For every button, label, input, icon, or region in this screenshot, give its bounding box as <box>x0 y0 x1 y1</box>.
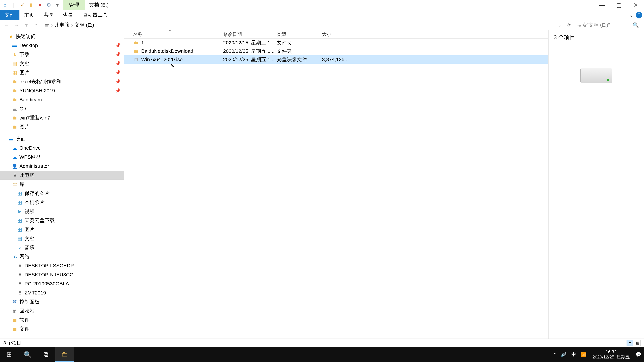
tree-label: win7重装win7 <box>20 114 50 121</box>
minimize-button[interactable]: — <box>594 0 610 10</box>
qat-dropdown-icon[interactable]: ▾ <box>54 2 61 8</box>
pin-icon[interactable]: 📌 <box>115 52 120 57</box>
crumb-drive-e[interactable]: 文档 (E:) <box>74 22 94 28</box>
ribbon-expand-icon[interactable]: ⌄ <box>629 12 633 18</box>
qat-gear-icon[interactable]: ⚙ <box>45 2 52 8</box>
qat-check-icon[interactable]: ✓ <box>19 2 26 8</box>
taskbar-clock[interactable]: 16:32 2020/12/25, 星期五 <box>590 349 632 360</box>
tree-item-lib-docs[interactable]: ▤文档 <box>0 234 124 243</box>
nav-back-button[interactable]: ← <box>3 22 11 28</box>
search-button[interactable]: 🔍 <box>18 347 37 362</box>
ribbon-tab-home[interactable]: 主页 <box>20 10 39 20</box>
tree-item-netpc[interactable]: 🖥ZMT2019 <box>0 288 124 297</box>
tree-item-lib-pictures[interactable]: ▦图片 <box>0 225 124 234</box>
network-icon[interactable]: 📶 <box>581 352 587 357</box>
maximize-button[interactable]: ▢ <box>610 0 627 10</box>
tree-item-bandicam[interactable]: 🖿Bandicam <box>0 95 124 104</box>
chevron-right-icon[interactable]: › <box>50 22 53 28</box>
qat-folder-icon[interactable]: ▮ <box>28 2 34 8</box>
col-date[interactable]: 修改日期 <box>223 31 277 37</box>
help-icon[interactable]: ? <box>636 12 642 18</box>
col-type[interactable]: 类型 <box>277 31 322 37</box>
nav-history-dropdown[interactable]: ▾ <box>22 22 30 28</box>
context-tab-manage[interactable]: 管理 <box>63 0 85 10</box>
address-dropdown-icon[interactable]: ⌄ <box>556 23 563 27</box>
col-size[interactable]: 大小 <box>322 31 350 37</box>
tree-item-pictures[interactable]: ▦图片📌 <box>0 68 124 77</box>
navigation-pane[interactable]: ★快速访问 ▬Desktop📌 ⬇下载📌 ▤文档📌 ▦图片📌 🖿excel表格制… <box>0 30 124 339</box>
tree-item-camera-roll[interactable]: ▦本机照片 <box>0 198 124 207</box>
tree-label: 文档 <box>24 235 34 242</box>
action-center-icon[interactable]: 💬 <box>636 352 641 357</box>
window-title: 文档 (E:) <box>85 0 113 10</box>
breadcrumb[interactable]: 🖴 › 此电脑 › 文档 (E:) › <box>42 22 555 28</box>
refresh-button[interactable]: ⟳ <box>564 22 573 28</box>
drive-icon: 🖴 <box>44 22 49 28</box>
ribbon-tab-drivetools[interactable]: 驱动器工具 <box>78 10 112 20</box>
file-row[interactable]: 🖿12020/12/15, 星期二 1...文件夹 <box>124 38 548 47</box>
pin-icon[interactable]: 📌 <box>115 70 120 75</box>
ribbon-tab-share[interactable]: 共享 <box>39 10 58 20</box>
status-text: 3 个项目 <box>3 340 21 346</box>
start-button[interactable]: ⊞ <box>0 347 18 362</box>
nav-up-button[interactable]: ↑ <box>32 22 40 28</box>
ribbon-tab-file[interactable]: 文件 <box>0 10 20 20</box>
tree-item-recycle[interactable]: 🗑回收站 <box>0 306 124 316</box>
tree-quick-access[interactable]: ★快速访问 <box>0 32 124 41</box>
tree-item-win7[interactable]: 🖿win7重装win7 <box>0 113 124 122</box>
tree-item-g-drive[interactable]: 🖴G:\ <box>0 104 124 113</box>
taskbar-explorer[interactable]: 🗀 <box>55 347 74 362</box>
tree-item-documents[interactable]: ▤文档📌 <box>0 59 124 68</box>
tree-item-wps[interactable]: ☁WPS网盘 <box>0 152 124 162</box>
view-details-button[interactable]: ≣ <box>626 340 633 346</box>
tree-item-tianyi[interactable]: ▦天翼云盘下载 <box>0 216 124 225</box>
file-row[interactable]: ⊡Win7x64_2020.iso2020/12/25, 星期五 1...光盘映… <box>124 55 548 64</box>
search-input[interactable]: 搜索"文档 (E:)" 🔍 <box>574 21 641 29</box>
file-list[interactable]: ⌃ 名称 修改日期 类型 大小 🖿12020/12/15, 星期二 1...文件… <box>124 30 548 339</box>
close-button[interactable]: ✕ <box>627 0 644 10</box>
pin-icon[interactable]: 📌 <box>115 43 120 48</box>
tree-item-network[interactable]: 🖧网络 <box>0 252 124 261</box>
tree-item-netpc[interactable]: 🖥PC-20190530OBLA <box>0 279 124 288</box>
file-row[interactable]: 🖿BaiduNetdiskDownload2020/12/25, 星期五 1..… <box>124 47 548 55</box>
tree-item-netpc[interactable]: 🖥DESKTOP-LSSOEDP <box>0 261 124 270</box>
tree-item-videos[interactable]: ▶视频 <box>0 207 124 216</box>
pin-icon[interactable]: 📌 <box>115 61 120 66</box>
ime-indicator[interactable]: 中 <box>570 351 577 358</box>
tray-overflow-icon[interactable]: ⌃ <box>553 352 557 357</box>
file-date: 2020/12/25, 星期五 1... <box>223 48 277 55</box>
view-icons-button[interactable]: ▦ <box>634 340 641 346</box>
search-icon[interactable]: 🔍 <box>632 22 639 28</box>
tree-item-yunqishi[interactable]: 🖿YUNQISHI2019📌 <box>0 86 124 95</box>
tree-desktop-root[interactable]: ▬桌面 <box>0 134 124 143</box>
tree-item-desktop[interactable]: ▬Desktop📌 <box>0 41 124 50</box>
chevron-right-icon[interactable]: › <box>95 22 98 28</box>
tree-item-onedrive[interactable]: ☁OneDrive <box>0 143 124 152</box>
sort-ascending-icon: ⌃ <box>168 29 172 33</box>
crumb-this-pc[interactable]: 此电脑 <box>54 22 70 28</box>
tree-item-admin[interactable]: 👤Administrator <box>0 162 124 171</box>
tree-item-control-panel[interactable]: 🛠控制面板 <box>0 297 124 306</box>
tree-item-excel[interactable]: 🖿excel表格制作求和📌 <box>0 77 124 86</box>
tree-item-netpc[interactable]: 🖥DESKTOP-NJEU3CG <box>0 270 124 279</box>
tree-item-this-pc[interactable]: 🖥此电脑 <box>0 171 124 180</box>
tree-item-downloads[interactable]: ⬇下载📌 <box>0 50 124 59</box>
taskview-button[interactable]: ⧉ <box>37 347 55 362</box>
volume-icon[interactable]: 🔊 <box>561 352 567 357</box>
tree-item-music[interactable]: ♪音乐 <box>0 243 124 252</box>
tree-label: 音乐 <box>24 244 34 251</box>
tree-item-software[interactable]: 🖿软件 <box>0 316 124 325</box>
qat-close-icon[interactable]: ✕ <box>36 2 43 8</box>
ribbon-tab-view[interactable]: 查看 <box>58 10 78 20</box>
chevron-right-icon[interactable]: › <box>70 22 74 28</box>
folder-icon: 🖿 <box>12 124 18 130</box>
pin-icon[interactable]: 📌 <box>115 88 120 93</box>
tree-item-files[interactable]: 🖿文件 <box>0 325 124 334</box>
pin-icon[interactable]: 📌 <box>115 79 120 84</box>
tree-label: 库 <box>20 181 24 188</box>
nav-forward-button[interactable]: → <box>12 22 21 28</box>
tree-item-saved-pics[interactable]: ▦保存的图片 <box>0 189 124 198</box>
tree-item-libraries[interactable]: 🗃库 <box>0 180 124 189</box>
col-name[interactable]: 名称 <box>124 31 223 37</box>
tree-item-pictures2[interactable]: 🖿图片 <box>0 122 124 131</box>
